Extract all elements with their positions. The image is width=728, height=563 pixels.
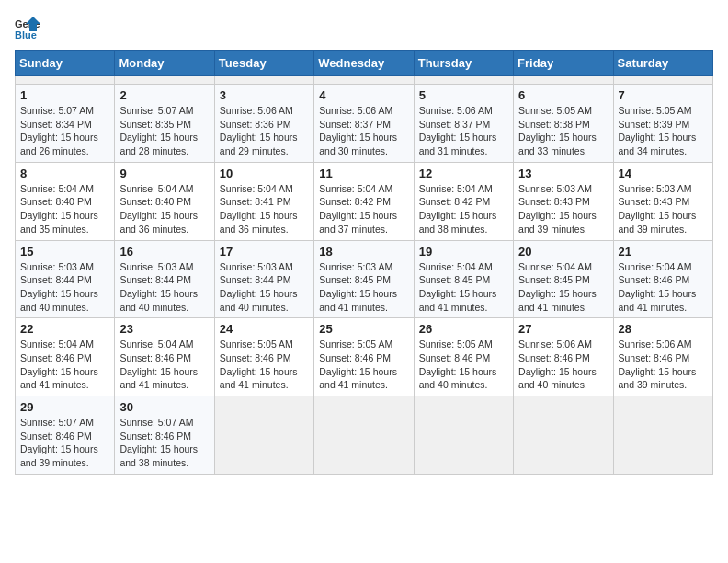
- day-number: 19: [419, 245, 508, 259]
- calendar-day-cell: 21Sunrise: 5:04 AMSunset: 8:46 PMDayligh…: [613, 240, 712, 318]
- calendar-day-cell: 2Sunrise: 5:07 AMSunset: 8:35 PMDaylight…: [115, 85, 214, 163]
- day-info: Sunrise: 5:07 AMSunset: 8:46 PMDaylight:…: [119, 416, 209, 470]
- calendar-day-cell: 7Sunrise: 5:05 AMSunset: 8:39 PMDaylight…: [613, 85, 712, 163]
- day-number: 27: [518, 322, 608, 336]
- day-info: Sunrise: 5:04 AMSunset: 8:40 PMDaylight:…: [20, 182, 109, 236]
- day-number: 16: [119, 245, 209, 259]
- day-number: 13: [518, 167, 608, 180]
- day-header-sunday: Sunday: [16, 51, 115, 76]
- day-number: 26: [419, 322, 508, 336]
- calendar-day-cell: 3Sunrise: 5:06 AMSunset: 8:36 PMDaylight…: [214, 85, 313, 163]
- day-info: Sunrise: 5:04 AMSunset: 8:46 PMDaylight:…: [119, 338, 209, 392]
- day-number: 2: [119, 88, 209, 102]
- calendar-week-row: 22Sunrise: 5:04 AMSunset: 8:46 PMDayligh…: [16, 318, 713, 396]
- calendar-day-cell: 4Sunrise: 5:06 AMSunset: 8:37 PMDaylight…: [314, 85, 414, 163]
- day-number: 29: [20, 400, 109, 414]
- day-number: 12: [419, 167, 508, 180]
- day-number: 17: [220, 245, 309, 259]
- day-number: 22: [20, 322, 109, 336]
- day-number: 18: [319, 245, 408, 259]
- calendar-day-cell: 1Sunrise: 5:07 AMSunset: 8:34 PMDaylight…: [16, 85, 115, 163]
- calendar-day-cell: [16, 76, 115, 85]
- calendar-day-cell: 5Sunrise: 5:06 AMSunset: 8:37 PMDaylight…: [414, 85, 513, 163]
- day-info: Sunrise: 5:04 AMSunset: 8:42 PMDaylight:…: [419, 182, 508, 236]
- day-header-saturday: Saturday: [613, 51, 712, 76]
- day-info: Sunrise: 5:04 AMSunset: 8:46 PMDaylight:…: [20, 338, 109, 392]
- calendar-day-cell: [514, 76, 613, 85]
- day-info: Sunrise: 5:04 AMSunset: 8:41 PMDaylight:…: [220, 182, 309, 236]
- day-number: 28: [619, 322, 708, 336]
- day-number: 21: [619, 245, 708, 259]
- calendar-day-cell: 16Sunrise: 5:03 AMSunset: 8:44 PMDayligh…: [115, 240, 214, 318]
- calendar-day-cell: 17Sunrise: 5:03 AMSunset: 8:44 PMDayligh…: [214, 240, 313, 318]
- day-info: Sunrise: 5:04 AMSunset: 8:46 PMDaylight:…: [619, 260, 708, 315]
- day-info: Sunrise: 5:06 AMSunset: 8:36 PMDaylight:…: [220, 104, 309, 158]
- day-header-wednesday: Wednesday: [314, 51, 414, 76]
- calendar-day-cell: [314, 396, 414, 475]
- calendar-day-cell: 13Sunrise: 5:03 AMSunset: 8:43 PMDayligh…: [514, 162, 613, 240]
- day-info: Sunrise: 5:06 AMSunset: 8:37 PMDaylight:…: [319, 104, 408, 158]
- calendar-day-cell: [214, 76, 313, 85]
- calendar-week-row: 29Sunrise: 5:07 AMSunset: 8:46 PMDayligh…: [16, 396, 713, 475]
- day-header-friday: Friday: [514, 51, 613, 76]
- calendar-day-cell: 25Sunrise: 5:05 AMSunset: 8:46 PMDayligh…: [314, 318, 414, 396]
- day-info: Sunrise: 5:03 AMSunset: 8:44 PMDaylight:…: [220, 260, 309, 315]
- calendar-day-cell: 15Sunrise: 5:03 AMSunset: 8:44 PMDayligh…: [16, 240, 115, 318]
- calendar-day-cell: [414, 76, 513, 85]
- day-header-monday: Monday: [115, 51, 214, 76]
- logo-icon: General Blue: [15, 15, 40, 40]
- day-number: 15: [20, 245, 109, 259]
- calendar-day-cell: 22Sunrise: 5:04 AMSunset: 8:46 PMDayligh…: [16, 318, 115, 396]
- day-number: 4: [319, 88, 408, 102]
- day-number: 20: [518, 245, 608, 259]
- day-info: Sunrise: 5:03 AMSunset: 8:43 PMDaylight:…: [518, 182, 608, 236]
- calendar-day-cell: 30Sunrise: 5:07 AMSunset: 8:46 PMDayligh…: [115, 396, 214, 475]
- day-info: Sunrise: 5:05 AMSunset: 8:46 PMDaylight:…: [419, 338, 508, 392]
- calendar-day-cell: 29Sunrise: 5:07 AMSunset: 8:46 PMDayligh…: [16, 396, 115, 475]
- day-number: 9: [119, 167, 209, 180]
- day-info: Sunrise: 5:05 AMSunset: 8:38 PMDaylight:…: [518, 104, 608, 158]
- day-info: Sunrise: 5:06 AMSunset: 8:37 PMDaylight:…: [419, 104, 508, 158]
- calendar-day-cell: 19Sunrise: 5:04 AMSunset: 8:45 PMDayligh…: [414, 240, 513, 318]
- logo: General Blue: [15, 15, 44, 40]
- calendar-day-cell: 24Sunrise: 5:05 AMSunset: 8:46 PMDayligh…: [214, 318, 313, 396]
- day-info: Sunrise: 5:07 AMSunset: 8:34 PMDaylight:…: [20, 104, 109, 158]
- day-info: Sunrise: 5:04 AMSunset: 8:40 PMDaylight:…: [119, 182, 209, 236]
- day-info: Sunrise: 5:04 AMSunset: 8:42 PMDaylight:…: [319, 182, 408, 236]
- day-info: Sunrise: 5:03 AMSunset: 8:44 PMDaylight:…: [20, 260, 109, 315]
- calendar-day-cell: 14Sunrise: 5:03 AMSunset: 8:43 PMDayligh…: [613, 162, 712, 240]
- calendar-day-cell: [613, 76, 712, 85]
- calendar-week-row: [16, 76, 713, 85]
- day-info: Sunrise: 5:03 AMSunset: 8:45 PMDaylight:…: [319, 260, 408, 315]
- day-number: 11: [319, 167, 408, 180]
- calendar-day-cell: 8Sunrise: 5:04 AMSunset: 8:40 PMDaylight…: [16, 162, 115, 240]
- day-number: 8: [20, 167, 109, 180]
- day-info: Sunrise: 5:07 AMSunset: 8:46 PMDaylight:…: [20, 416, 109, 470]
- day-number: 6: [518, 88, 608, 102]
- day-info: Sunrise: 5:04 AMSunset: 8:45 PMDaylight:…: [518, 260, 608, 315]
- day-info: Sunrise: 5:03 AMSunset: 8:43 PMDaylight:…: [619, 182, 708, 236]
- calendar-day-cell: [214, 396, 313, 475]
- calendar-day-cell: 28Sunrise: 5:06 AMSunset: 8:46 PMDayligh…: [613, 318, 712, 396]
- calendar-table: SundayMondayTuesdayWednesdayThursdayFrid…: [15, 50, 713, 475]
- calendar-week-row: 8Sunrise: 5:04 AMSunset: 8:40 PMDaylight…: [16, 162, 713, 240]
- day-info: Sunrise: 5:05 AMSunset: 8:46 PMDaylight:…: [319, 338, 408, 392]
- calendar-header-row: SundayMondayTuesdayWednesdayThursdayFrid…: [16, 51, 713, 76]
- day-info: Sunrise: 5:06 AMSunset: 8:46 PMDaylight:…: [619, 338, 708, 392]
- calendar-day-cell: 12Sunrise: 5:04 AMSunset: 8:42 PMDayligh…: [414, 162, 513, 240]
- page-header: General Blue: [15, 15, 713, 40]
- calendar-day-cell: [613, 396, 712, 475]
- day-number: 14: [619, 167, 708, 180]
- day-number: 7: [619, 88, 708, 102]
- calendar-week-row: 1Sunrise: 5:07 AMSunset: 8:34 PMDaylight…: [16, 85, 713, 163]
- day-header-tuesday: Tuesday: [214, 51, 313, 76]
- calendar-day-cell: [414, 396, 513, 475]
- calendar-day-cell: 18Sunrise: 5:03 AMSunset: 8:45 PMDayligh…: [314, 240, 414, 318]
- day-info: Sunrise: 5:04 AMSunset: 8:45 PMDaylight:…: [419, 260, 508, 315]
- day-number: 1: [20, 88, 109, 102]
- day-info: Sunrise: 5:03 AMSunset: 8:44 PMDaylight:…: [119, 260, 209, 315]
- day-info: Sunrise: 5:05 AMSunset: 8:46 PMDaylight:…: [220, 338, 309, 392]
- day-number: 3: [220, 88, 309, 102]
- day-number: 23: [119, 322, 209, 336]
- day-number: 24: [220, 322, 309, 336]
